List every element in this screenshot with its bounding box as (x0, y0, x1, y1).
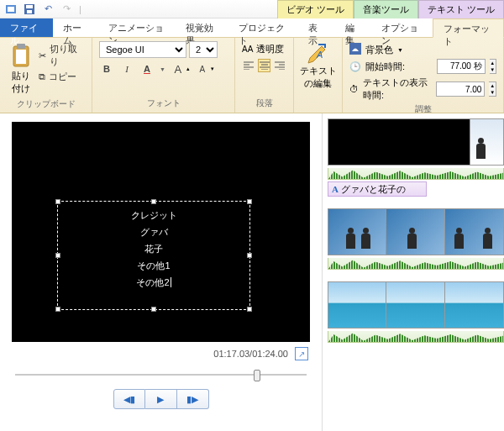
bgcolor-label[interactable]: 背景色 (365, 44, 393, 56)
redo-icon[interactable]: ↷ (60, 3, 72, 15)
context-tab-text[interactable]: テキスト ツール (418, 0, 504, 18)
copy-icon: ⧉ (39, 71, 45, 82)
resize-handle[interactable] (247, 307, 252, 312)
seek-slider[interactable] (15, 367, 307, 382)
copy-button[interactable]: ⧉コピー (39, 71, 85, 83)
grow-font-button[interactable]: A (171, 61, 186, 76)
audio-waveform[interactable] (328, 258, 504, 270)
stopwatch-icon: ⏱ (349, 84, 359, 94)
font-size-select[interactable]: 20 (189, 41, 218, 58)
dropdown-icon[interactable]: ▼ (160, 66, 165, 72)
tab-home[interactable]: ホーム (53, 18, 97, 37)
group-adjust: 背景色▼ 🕒 開始時間: ▲▼ ⏱ テキストの表示時間: ▲▼ 調整 (343, 38, 504, 113)
slider-thumb[interactable] (254, 370, 260, 381)
svg-text:A: A (316, 50, 323, 60)
audio-waveform[interactable] (328, 331, 504, 343)
text-track-label: グァバと花子の (341, 183, 406, 196)
tab-visual-effects[interactable]: 視覚効果 (176, 18, 228, 37)
video-clip[interactable] (328, 118, 504, 166)
align-right-button[interactable] (273, 59, 286, 72)
qat-separator: | (79, 4, 81, 14)
align-center-button[interactable] (258, 59, 271, 72)
font-color-button[interactable]: A (139, 61, 155, 76)
start-time-label: 開始時間: (365, 60, 433, 73)
resize-handle[interactable] (151, 307, 156, 312)
text-icon: A (332, 184, 339, 194)
paste-button[interactable]: 貼り 付け (7, 41, 35, 97)
context-tab-video[interactable]: ビデオ ツール (277, 0, 354, 18)
play-button[interactable]: ▶ (145, 389, 177, 409)
tab-project[interactable]: プロジェクト (228, 18, 298, 37)
svg-rect-6 (17, 44, 25, 49)
group-clipboard: 貼り 付け ✂切り取り ⧉コピー クリップボード (0, 38, 92, 113)
group-label-adjust: 調整 (349, 102, 496, 117)
ribbon-tabs: ファイル ホーム アニメーション 視覚効果 プロジェクト 表示 編集 オプション… (0, 18, 504, 38)
align-left-button[interactable] (242, 59, 255, 72)
context-tab-audio[interactable]: 音楽ツール (354, 0, 418, 18)
duration-spinner[interactable]: ▲▼ (489, 81, 496, 97)
fullscreen-button[interactable]: ↗ (295, 347, 308, 360)
video-clip[interactable] (328, 208, 504, 255)
copy-label: コピー (49, 71, 76, 83)
group-paragraph: AA 透明度 段落 (235, 38, 294, 113)
timeline-pane[interactable]: Aグァバと花子の (323, 113, 504, 431)
svg-rect-4 (27, 10, 32, 13)
transparency-icon: AA (242, 45, 253, 54)
audio-waveform[interactable] (328, 168, 504, 180)
duration-label: テキストの表示時間: (363, 76, 432, 102)
undo-icon[interactable]: ↶ (42, 3, 54, 15)
text-box[interactable]: クレジット グァバ 花子 その他1 その他2 (57, 201, 250, 310)
tab-animation[interactable]: アニメーション (98, 18, 176, 37)
resize-handle[interactable] (151, 199, 156, 204)
bold-button[interactable]: B (99, 61, 114, 76)
resize-handle[interactable] (55, 199, 60, 204)
ribbon: 貼り 付け ✂切り取り ⧉コピー クリップボード Segoe UI 20 B I… (0, 38, 504, 113)
svg-rect-7 (16, 50, 26, 64)
duration-input[interactable] (436, 81, 485, 97)
group-label-clipboard: クリップボード (7, 97, 85, 112)
credit-line: 花子 (58, 240, 249, 257)
app-icon (5, 3, 17, 15)
tab-view[interactable]: 表示 (298, 18, 335, 37)
group-text-edit: A テキスト の編集 (294, 38, 343, 113)
tab-option[interactable]: オプション (371, 18, 433, 37)
cut-label: 切り取り (50, 43, 85, 68)
italic-button[interactable]: I (119, 61, 134, 76)
font-name-select[interactable]: Segoe UI (99, 41, 186, 58)
bgcolor-icon (349, 43, 361, 56)
tab-file[interactable]: ファイル (0, 18, 53, 37)
credit-line: クレジット (58, 207, 249, 223)
credit-line: その他1 (58, 257, 249, 274)
dropdown-icon[interactable]: ▼ (397, 47, 403, 53)
svg-rect-1 (8, 7, 14, 12)
start-time-input[interactable] (437, 59, 486, 74)
resize-handle[interactable] (247, 253, 252, 258)
transparency-label[interactable]: 透明度 (256, 43, 284, 55)
resize-handle[interactable] (247, 199, 252, 204)
next-frame-button[interactable]: ▮▶ (177, 389, 209, 409)
time-display: 01:17.03/01:24.00 (213, 349, 288, 359)
scissors-icon: ✂ (39, 50, 46, 61)
credit-line: その他2 (136, 277, 171, 287)
resize-handle[interactable] (55, 307, 60, 312)
resize-handle[interactable] (55, 253, 60, 258)
tab-edit[interactable]: 編集 (335, 18, 372, 37)
shrink-font-button[interactable]: A (195, 61, 210, 76)
edit-text-button[interactable]: A テキスト の編集 (301, 41, 335, 108)
clock-icon: 🕒 (349, 61, 361, 72)
cut-button[interactable]: ✂切り取り (39, 43, 85, 68)
edit-text-label: テキスト の編集 (300, 65, 337, 90)
paste-label: 貼り 付け (12, 70, 30, 95)
group-font: Segoe UI 20 B I A ▼ A▴ A▾ フォント (92, 38, 235, 113)
start-time-spinner[interactable]: ▲▼ (490, 59, 496, 74)
tab-format[interactable]: フォーマット (433, 18, 504, 38)
svg-rect-3 (26, 5, 33, 8)
prev-frame-button[interactable]: ◀▮ (113, 389, 145, 409)
save-icon[interactable] (24, 3, 35, 15)
video-clip[interactable] (328, 281, 504, 329)
preview-monitor[interactable]: クレジット グァバ 花子 その他1 その他2 (12, 122, 310, 342)
text-track[interactable]: Aグァバと花子の (328, 181, 427, 197)
credit-line: グァバ (58, 223, 249, 240)
group-label-paragraph: 段落 (242, 96, 286, 111)
text-content[interactable]: クレジット グァバ 花子 その他1 その他2 (58, 202, 249, 291)
